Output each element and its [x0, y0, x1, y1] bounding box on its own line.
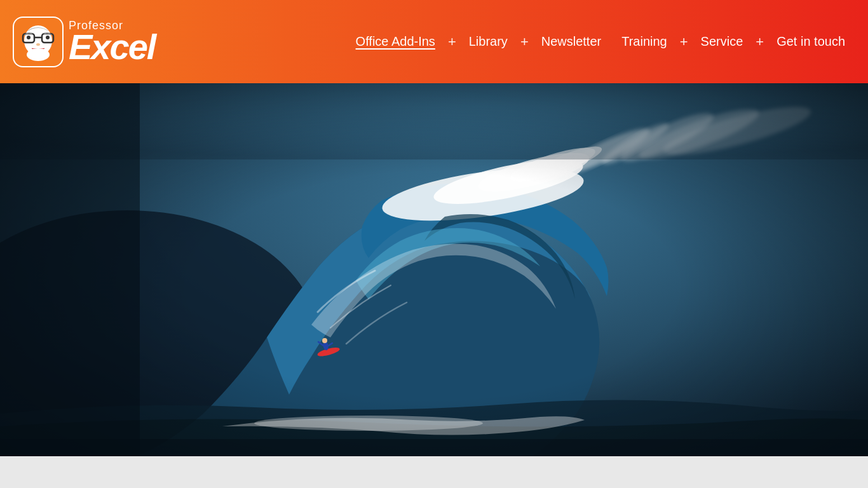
logo-excel-label: Excel — [69, 31, 155, 63]
hero-wave-illustration — [0, 83, 868, 488]
svg-point-6 — [46, 36, 50, 39]
nav-item-office-addins[interactable]: Office Add-Ins — [346, 0, 445, 83]
logo-icon — [13, 17, 64, 67]
svg-point-8 — [27, 48, 50, 61]
logo-text: Professor Excel — [69, 20, 155, 63]
nav-item-newsletter[interactable]: Newsletter — [531, 0, 611, 83]
svg-point-7 — [36, 43, 40, 46]
nav-item-training[interactable]: Training — [611, 0, 677, 83]
nav-item-get-in-touch[interactable]: Get in touch — [766, 0, 855, 83]
nav-plus-office-addins[interactable]: + — [445, 34, 459, 50]
site-logo[interactable]: Professor Excel — [13, 17, 155, 67]
main-nav: Office Add-Ins + Library + Newsletter Tr… — [346, 0, 855, 83]
hero-section — [0, 83, 868, 488]
svg-point-5 — [27, 36, 31, 39]
nav-item-library[interactable]: Library — [459, 0, 518, 83]
footer-strip — [0, 456, 868, 488]
nav-plus-training[interactable]: + — [677, 34, 691, 50]
nav-plus-service[interactable]: + — [753, 34, 766, 50]
svg-rect-30 — [0, 83, 140, 488]
site-header: Professor Excel Office Add-Ins + Library… — [0, 0, 868, 83]
nav-item-service[interactable]: Service — [691, 0, 754, 83]
nav-plus-library[interactable]: + — [518, 34, 531, 50]
